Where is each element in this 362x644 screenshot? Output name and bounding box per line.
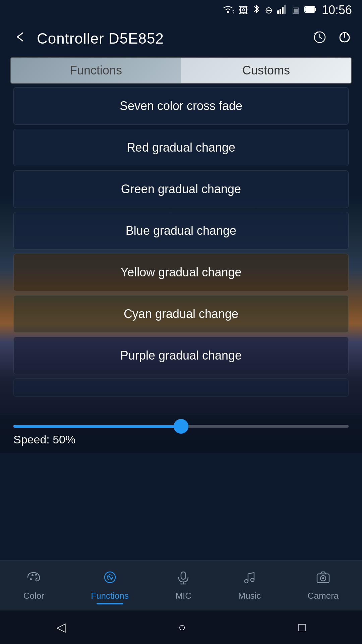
battery-icon: [304, 5, 316, 15]
bottom-nav: Color Functions MIC: [0, 560, 362, 610]
nav-color-label: Color: [23, 591, 44, 601]
svg-point-13: [32, 574, 34, 576]
function-item-red-gradual[interactable]: Red gradual change: [13, 129, 349, 166]
svg-rect-7: [315, 8, 316, 11]
top-bar: Controller D5E852: [0, 20, 362, 57]
function-item-blue-gradual[interactable]: Blue gradual change: [13, 212, 349, 250]
page-title: Controller D5E852: [37, 30, 306, 47]
tab-customs[interactable]: Customs: [181, 58, 351, 83]
svg-rect-17: [181, 572, 186, 579]
function-item-green-gradual-label: Green gradual change: [121, 182, 241, 196]
nav-item-music[interactable]: Music: [231, 567, 267, 604]
svg-point-24: [322, 577, 324, 579]
status-icons: ? 🖼 ⊖ ▣: [222, 4, 316, 17]
tab-customs-label: Customs: [242, 63, 290, 77]
tab-bar: Functions Customs: [10, 57, 352, 84]
image-icon: 🖼: [239, 5, 248, 16]
function-item-cyan-gradual-label: Cyan gradual change: [124, 307, 238, 321]
power-icon[interactable]: [337, 30, 352, 48]
svg-rect-4: [282, 7, 284, 14]
svg-rect-2: [277, 10, 279, 14]
function-item-red-gradual-label: Red gradual change: [127, 141, 235, 155]
svg-point-0: [227, 11, 229, 13]
music-icon: [242, 570, 257, 588]
signal-icon: [277, 4, 287, 16]
status-bar: ? 🖼 ⊖ ▣ 10:56: [0, 0, 362, 20]
back-button[interactable]: [10, 27, 30, 50]
svg-text:?: ?: [232, 9, 234, 14]
mic-icon: [176, 570, 191, 588]
speed-slider-track[interactable]: [13, 425, 349, 428]
svg-point-20: [245, 580, 248, 583]
svg-point-21: [251, 578, 254, 582]
clock-display: 10:56: [322, 3, 352, 17]
nav-item-color[interactable]: Color: [17, 567, 51, 604]
function-item-yellow-gradual[interactable]: Yellow gradual change: [13, 254, 349, 291]
function-item-partial[interactable]: [13, 378, 349, 397]
svg-point-14: [35, 574, 37, 576]
nav-item-mic[interactable]: MIC: [169, 567, 198, 604]
nav-active-indicator: [97, 603, 123, 604]
color-icon: [26, 570, 41, 588]
tab-functions[interactable]: Functions: [11, 58, 181, 83]
speed-slider-fill: [13, 425, 181, 428]
bluetooth-icon: [253, 4, 260, 17]
nav-item-functions[interactable]: Functions: [84, 567, 135, 604]
camera-icon: [316, 570, 330, 588]
nav-functions-label: Functions: [91, 591, 129, 601]
top-actions: [312, 30, 352, 48]
functions-icon: [103, 570, 117, 588]
wifi-icon: ?: [222, 4, 234, 16]
speed-label: Speed: 50%: [13, 433, 75, 446]
function-item-seven-color-label: Seven color cross fade: [120, 99, 242, 113]
nav-music-label: Music: [238, 591, 261, 601]
speed-slider-thumb[interactable]: [174, 419, 188, 434]
android-recent-button[interactable]: □: [298, 620, 306, 634]
nav-item-camera[interactable]: Camera: [301, 567, 345, 604]
android-home-button[interactable]: ○: [178, 620, 186, 634]
sim-icon: ▣: [292, 5, 300, 15]
content-area: Seven color cross fade Red gradual chang…: [0, 84, 362, 453]
android-nav-bar: ◁ ○ □: [0, 610, 362, 644]
svg-rect-3: [280, 9, 281, 14]
function-item-purple-gradual-label: Purple gradual change: [120, 348, 242, 363]
function-item-green-gradual[interactable]: Green gradual change: [13, 170, 349, 208]
function-item-purple-gradual[interactable]: Purple gradual change: [13, 337, 349, 374]
function-item-cyan-gradual[interactable]: Cyan gradual change: [13, 295, 349, 333]
function-item-yellow-gradual-label: Yellow gradual change: [121, 265, 242, 279]
nav-camera-label: Camera: [308, 591, 339, 601]
function-list: Seven color cross fade Red gradual chang…: [0, 84, 362, 400]
tab-functions-label: Functions: [70, 63, 122, 77]
android-back-button[interactable]: ◁: [56, 620, 66, 634]
svg-rect-5: [284, 5, 286, 14]
svg-point-12: [30, 578, 32, 580]
function-item-seven-color[interactable]: Seven color cross fade: [13, 87, 349, 125]
speed-area: Speed: 50%: [0, 415, 362, 453]
nav-mic-label: MIC: [175, 591, 191, 601]
minus-circle-icon: ⊖: [265, 5, 273, 16]
function-item-blue-gradual-label: Blue gradual change: [126, 224, 236, 238]
svg-rect-8: [305, 7, 314, 12]
history-icon[interactable]: [312, 30, 327, 48]
